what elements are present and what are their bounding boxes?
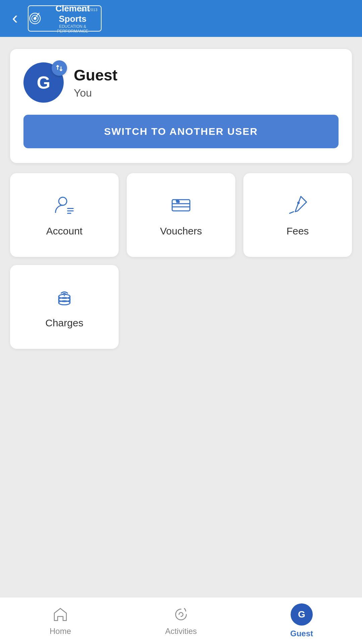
logo: Est. 2013 Clement Sports EDUCATION & PER… <box>28 5 102 32</box>
switch-user-button[interactable]: SWITCH TO ANOTHER USER <box>23 115 339 148</box>
vouchers-card[interactable]: % Vouchers <box>127 173 235 257</box>
account-card[interactable]: Account <box>10 173 119 257</box>
logo-sub: EDUCATION & PERFORMANCE <box>44 24 101 34</box>
back-button[interactable]: ‹ <box>12 9 18 26</box>
fees-label: Fees <box>287 225 309 237</box>
charges-card[interactable]: Charges <box>10 265 119 349</box>
svg-point-5 <box>59 197 67 205</box>
account-label: Account <box>46 225 82 237</box>
profile-name: Guest <box>74 66 117 84</box>
bottom-nav: Home Activities G Guest <box>0 597 362 644</box>
grid-section: Account % Vouchers Fees <box>10 173 352 349</box>
profile-info: Guest You <box>74 66 117 99</box>
logo-icon <box>28 11 42 26</box>
nav-home-label: Home <box>50 627 71 636</box>
nav-guest-avatar: G <box>291 603 313 626</box>
svg-rect-9 <box>172 200 190 211</box>
vouchers-icon: % <box>169 193 193 217</box>
svg-text:%: % <box>176 199 180 203</box>
fees-card[interactable]: Fees <box>243 173 352 257</box>
nav-guest-label: Guest <box>290 629 313 638</box>
vouchers-label: Vouchers <box>160 225 202 237</box>
grid-row-2: Charges <box>10 265 352 349</box>
profile-card: G Guest You SWITCH TO ANOTHER USER <box>10 49 352 163</box>
main-content: G Guest You SWITCH TO ANOTHER USER <box>0 37 362 361</box>
svg-point-17 <box>64 295 65 296</box>
avatar-wrapper: G <box>23 62 64 103</box>
switch-icon-badge <box>52 60 67 76</box>
account-icon <box>52 193 76 217</box>
fees-icon <box>286 193 310 217</box>
charges-icon <box>52 285 76 309</box>
nav-activities[interactable]: Activities <box>121 606 241 636</box>
est-label: Est. 2013 <box>80 8 98 12</box>
home-icon <box>52 606 69 623</box>
profile-sub-label: You <box>74 87 117 99</box>
nav-guest[interactable]: G Guest <box>241 603 362 638</box>
svg-point-13 <box>297 202 300 204</box>
charges-label: Charges <box>45 317 83 329</box>
nav-home[interactable]: Home <box>0 606 121 636</box>
nav-activities-label: Activities <box>165 627 197 636</box>
grid-row-1: Account % Vouchers Fees <box>10 173 352 257</box>
app-header: ‹ Est. 2013 Clement Sports EDUCATION & <box>0 0 362 37</box>
activities-icon <box>172 606 190 623</box>
logo-name: Clement Sports <box>44 3 101 24</box>
